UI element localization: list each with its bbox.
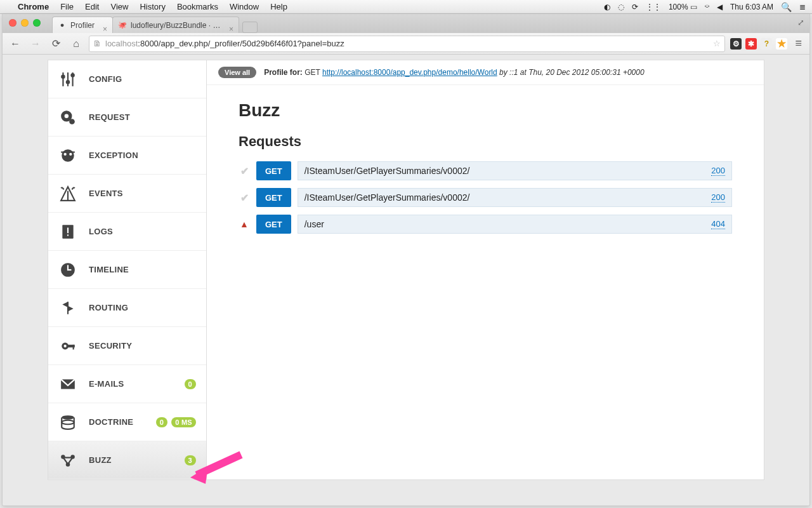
request-path: /ISteamUser/GetPlayerSummaries/v0002/: [304, 166, 470, 176]
address-bar[interactable]: 🗎 localhost:8000/app_dev.php/_profiler/5…: [89, 36, 725, 52]
status-code[interactable]: 200: [711, 166, 725, 176]
reload-button[interactable]: ⟳: [48, 36, 63, 51]
svg-point-28: [62, 420, 74, 424]
request-bar: /ISteamUser/GetPlayerSummaries/v0002/200: [298, 188, 732, 207]
window-close-button[interactable]: [9, 19, 16, 27]
status-icon[interactable]: ◐: [604, 3, 610, 11]
request-row[interactable]: ✔GET/ISteamUser/GetPlayerSummaries/v0002…: [239, 161, 732, 180]
svg-point-11: [69, 152, 72, 155]
volume-icon[interactable]: ◀: [717, 3, 723, 11]
sidebar-item-logs[interactable]: Logs: [48, 213, 206, 251]
symfony-favicon-icon: ●: [58, 20, 67, 29]
exception-icon: [58, 146, 77, 165]
timeline-icon: [58, 260, 77, 279]
menu-history[interactable]: History: [140, 2, 165, 11]
svg-rect-20: [67, 269, 72, 270]
http-method-badge: GET: [256, 188, 291, 207]
request-bar: /user404: [298, 215, 732, 234]
menu-help[interactable]: Help: [270, 2, 287, 11]
window-zoom-button[interactable]: [33, 19, 41, 27]
extension-icon[interactable]: ⚙: [730, 38, 742, 50]
sidebar-item-label: Config: [89, 74, 122, 84]
menubar-clock[interactable]: Thu 6:03 AM: [730, 3, 773, 11]
window-minimize-button[interactable]: [21, 19, 29, 27]
new-tab-button[interactable]: [242, 22, 258, 33]
profile-url-link[interactable]: http://localhost:8000/app_dev.php/demo/h…: [322, 68, 497, 77]
sidebar-item-exception[interactable]: Exception: [48, 137, 206, 175]
sidebar-item-label: Events: [89, 189, 123, 198]
fullscreen-icon[interactable]: ⤢: [797, 18, 804, 27]
tab-close-icon[interactable]: ×: [103, 21, 107, 33]
sidebar-item-timeline[interactable]: Timeline: [48, 251, 206, 289]
svg-rect-0: [62, 72, 63, 86]
browser-tab-active[interactable]: ● Profiler ×: [52, 17, 113, 33]
svg-point-3: [61, 74, 65, 79]
status-icon[interactable]: ⟳: [632, 3, 638, 11]
menu-file[interactable]: File: [60, 2, 74, 11]
bluetooth-icon[interactable]: ⋮⋮: [646, 3, 661, 11]
sidebar-item-doctrine[interactable]: Doctrine 0 0 MS: [48, 403, 206, 441]
window-controls: [9, 19, 41, 27]
warning-icon: ▲: [239, 215, 250, 234]
sidebar-item-request[interactable]: Request: [48, 98, 206, 137]
browser-tab[interactable]: 🐙 ludofleury/BuzzBundle · GitHub ×: [112, 17, 239, 33]
back-button[interactable]: ←: [8, 36, 23, 51]
sidebar-item-label: Routing: [89, 303, 128, 312]
svg-rect-14: [67, 190, 69, 200]
profiler-content: View all Profile for: GET http://localho…: [206, 60, 764, 480]
sidebar-item-security[interactable]: Security: [48, 327, 206, 365]
sidebar-item-label: Timeline: [89, 265, 129, 274]
profiler-sidebar: Config Request Exception Events Logs: [48, 60, 206, 480]
extension-icon[interactable]: ★: [776, 38, 787, 50]
menu-window[interactable]: Window: [230, 2, 259, 11]
menubar-app-name[interactable]: Chrome: [18, 2, 49, 11]
home-button[interactable]: ⌂: [69, 36, 84, 51]
view-all-button[interactable]: View all: [218, 67, 256, 78]
sidebar-item-emails[interactable]: E-mails 0: [48, 365, 206, 403]
sidebar-item-label: Logs: [89, 227, 113, 236]
github-favicon-icon: 🐙: [118, 20, 127, 29]
gear-icon: [58, 108, 77, 127]
status-code[interactable]: 404: [711, 219, 725, 229]
wifi-icon[interactable]: ⌔: [705, 3, 709, 11]
sidebar-item-label: E-mails: [89, 379, 124, 389]
forward-button[interactable]: →: [28, 36, 43, 51]
http-method-badge: GET: [256, 215, 291, 234]
config-icon: [58, 70, 77, 89]
sidebar-item-label: Request: [89, 112, 130, 122]
battery-indicator[interactable]: 100% ▭: [669, 3, 697, 11]
check-icon: ✔: [239, 161, 250, 180]
extension-icon[interactable]: ✱: [745, 38, 757, 50]
extension-icons: ⚙ ✱ ? ★: [730, 38, 787, 50]
svg-rect-13: [72, 151, 75, 152]
chrome-menu-button[interactable]: ≡: [792, 37, 804, 50]
http-method-badge: GET: [256, 161, 291, 180]
sidebar-item-routing[interactable]: Routing: [48, 289, 206, 327]
bookmark-star-icon[interactable]: ☆: [713, 39, 721, 48]
spotlight-icon[interactable]: 🔍: [781, 2, 792, 12]
notification-center-icon[interactable]: ≣: [799, 3, 806, 11]
request-row[interactable]: ▲GET/user404: [239, 215, 732, 234]
count-badge: 0: [185, 379, 196, 389]
browser-toolbar: ← → ⟳ ⌂ 🗎 localhost:8000/app_dev.php/_pr…: [3, 33, 809, 55]
mac-menubar: Chrome File Edit View History Bookmarks …: [0, 0, 812, 14]
sidebar-item-buzz[interactable]: Buzz 3: [48, 441, 206, 479]
status-code[interactable]: 200: [711, 192, 725, 203]
check-icon: ✔: [239, 188, 250, 207]
svg-point-4: [66, 80, 70, 84]
tab-title: ludofleury/BuzzBundle · GitHub: [131, 21, 237, 30]
status-icon[interactable]: ◌: [618, 3, 624, 11]
tab-close-icon[interactable]: ×: [229, 21, 233, 33]
request-path: /user: [304, 219, 324, 229]
svg-point-5: [70, 73, 75, 77]
extension-icon[interactable]: ?: [761, 38, 772, 50]
request-row[interactable]: ✔GET/ISteamUser/GetPlayerSummaries/v0002…: [239, 188, 732, 207]
menu-edit[interactable]: Edit: [85, 2, 99, 11]
menu-bookmarks[interactable]: Bookmarks: [177, 2, 218, 11]
count-badge: 3: [185, 455, 196, 465]
menu-view[interactable]: View: [110, 2, 128, 11]
sidebar-item-label: Buzz: [89, 455, 112, 465]
sidebar-item-config[interactable]: Config: [48, 60, 206, 98]
sidebar-item-events[interactable]: Events: [48, 175, 206, 213]
time-badge: 0 MS: [171, 417, 196, 427]
